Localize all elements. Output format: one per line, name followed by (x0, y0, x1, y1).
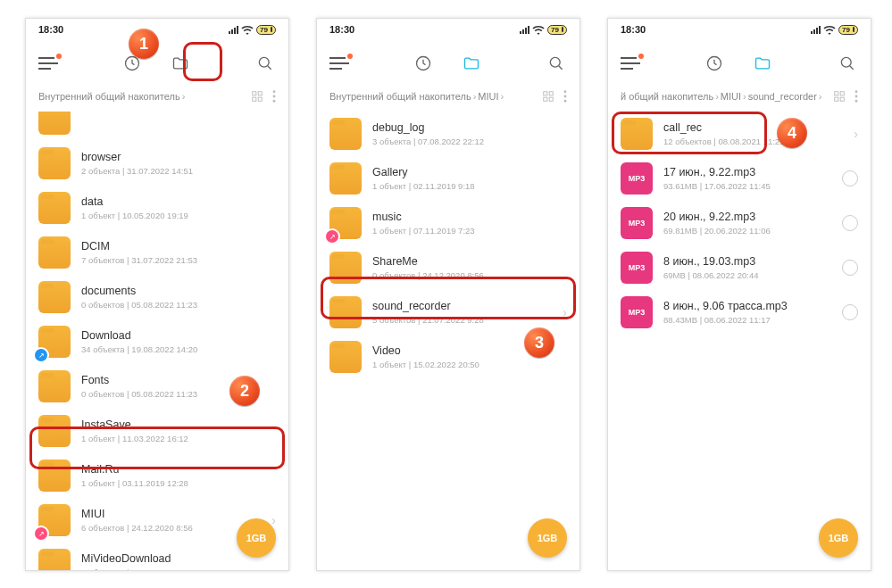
select-radio[interactable] (842, 170, 858, 186)
list-item[interactable]: MP3 20 июн., 9.22.mp3 69.81MB | 20.06.20… (608, 201, 871, 245)
list-item[interactable]: ↗ Download 34 объекта | 19.08.2022 14:20 (26, 319, 288, 364)
file-list[interactable]: browser 2 объекта | 31.07.2022 14:51 dat… (26, 112, 288, 570)
breadcrumb[interactable]: Внутренний общий накопитель › MIUI › (317, 87, 579, 112)
item-name: Mail.Ru (81, 463, 276, 476)
breadcrumb[interactable]: й общий накопитель › MIUI › sound_record… (608, 87, 871, 112)
status-time: 18:30 (621, 24, 646, 35)
breadcrumb-root[interactable]: й общий накопитель (621, 91, 713, 102)
item-name: ShareMe (372, 255, 567, 268)
folder-icon (329, 341, 362, 373)
list-item[interactable]: Video 1 объект | 15.02.2022 20:50 (317, 335, 579, 379)
shortcut-badge-icon: ↗ (35, 527, 47, 540)
list-item[interactable]: MP3 17 июн., 9.22.mp3 93.61MB | 17.06.20… (608, 156, 871, 201)
item-name: sound_recorder (372, 300, 552, 312)
folders-tab-icon[interactable] (170, 53, 191, 74)
search-icon[interactable] (254, 53, 276, 74)
item-meta: 69MB | 08.06.2022 20:44 (663, 270, 831, 280)
svg-rect-12 (549, 92, 553, 95)
item-meta: 1 объект | 03.11.2019 12:28 (81, 478, 276, 488)
breadcrumb-miui[interactable]: MIUI (478, 91, 498, 102)
item-meta: 0 объектов | 05.08.2022 11:23 (81, 300, 276, 310)
toolbar (26, 40, 288, 87)
file-list[interactable]: call_rec 12 объектов | 08.08.2021 11:21 … (608, 112, 871, 570)
list-item[interactable]: call_rec 12 объектов | 08.08.2021 11:21 … (608, 112, 871, 156)
select-radio[interactable] (842, 260, 858, 276)
view-grid-icon[interactable] (542, 90, 554, 103)
status-bar: 18:30 79 (317, 19, 579, 40)
storage-fab[interactable]: 1GB (819, 518, 858, 558)
status-time: 18:30 (38, 24, 63, 35)
select-radio[interactable] (842, 215, 858, 231)
folder-icon (329, 296, 362, 328)
search-icon[interactable] (546, 53, 567, 74)
more-icon[interactable] (854, 90, 858, 103)
list-item[interactable]: MP3 8 июн., 9.06 трасса.mp3 88.43MB | 08… (608, 290, 871, 335)
item-name: 20 июн., 9.22.mp3 (663, 211, 831, 223)
chevron-right-icon: › (501, 91, 504, 102)
svg-rect-23 (840, 97, 844, 101)
list-item[interactable]: documents 0 объектов | 05.08.2022 11:23 (26, 275, 288, 319)
list-item[interactable]: ShareMe 0 объектов | 24.12.2020 8:56 (317, 245, 579, 290)
list-item[interactable]: DCIM 7 объектов | 31.07.2022 21:53 (26, 230, 288, 275)
chevron-right-icon: › (473, 91, 477, 102)
list-item[interactable]: MP3 8 июн., 19.03.mp3 69MB | 08.06.2022 … (608, 245, 871, 290)
item-meta: 7 объектов | 31.07.2022 21:53 (81, 255, 276, 265)
recent-icon[interactable] (413, 53, 434, 74)
list-item[interactable]: Fonts 0 объектов | 05.08.2022 11:23 (26, 364, 288, 409)
svg-point-19 (841, 57, 851, 67)
chevron-right-icon: › (563, 305, 567, 319)
svg-point-1 (259, 57, 269, 67)
battery-icon: 79 (256, 25, 276, 35)
item-meta: 1 объект | 10.05.2020 19:19 (81, 211, 276, 220)
list-item[interactable]: data 1 объект | 10.05.2020 19:19 (26, 186, 288, 230)
folder-icon (38, 370, 71, 402)
breadcrumb[interactable]: Внутренний общий накопитель › (26, 87, 288, 112)
list-item[interactable]: InstaSave 1 объект | 11.03.2022 16:12 (26, 409, 288, 453)
item-name: 8 июн., 19.03.mp3 (663, 255, 831, 268)
folders-tab-icon[interactable] (752, 53, 773, 74)
folder-icon: ↗ (329, 207, 362, 239)
storage-fab[interactable]: 1GB (528, 518, 567, 558)
breadcrumb-root[interactable]: Внутренний общий накопитель (38, 91, 180, 102)
list-item[interactable]: ↗ music 1 объект | 07.11.2019 7:23 (317, 201, 579, 245)
folder-icon (329, 252, 362, 284)
folder-icon: ↗ (38, 504, 71, 536)
storage-fab[interactable]: 1GB (237, 518, 276, 558)
file-list[interactable]: debug_log 3 объекта | 07.08.2022 22:12 G… (317, 112, 579, 570)
folder-icon: ↗ (38, 326, 71, 358)
svg-point-6 (273, 90, 276, 93)
chevron-right-icon: › (819, 91, 822, 102)
recent-icon[interactable] (121, 53, 143, 74)
svg-rect-2 (253, 92, 256, 95)
folder-icon (38, 281, 71, 313)
breadcrumb-sound-recorder[interactable]: sound_recorder (748, 91, 817, 102)
toolbar (608, 40, 871, 87)
menu-icon[interactable] (329, 57, 349, 70)
search-icon[interactable] (837, 53, 858, 74)
list-item[interactable]: Mail.Ru 1 объект | 03.11.2019 12:28 (26, 453, 288, 498)
mp3-icon: MP3 (621, 252, 653, 284)
view-grid-icon[interactable] (251, 90, 263, 103)
svg-rect-5 (258, 97, 262, 101)
breadcrumb-root[interactable]: Внутренний общий накопитель (329, 91, 471, 102)
item-name: data (81, 195, 276, 208)
view-grid-icon[interactable] (833, 90, 846, 103)
breadcrumb-miui[interactable]: MIUI (721, 91, 741, 102)
item-name: Video (372, 344, 567, 357)
recent-icon[interactable] (704, 53, 725, 74)
select-radio[interactable] (842, 304, 858, 320)
signal-icon (520, 26, 529, 34)
folder-icon (621, 118, 653, 150)
more-icon[interactable] (272, 90, 276, 103)
svg-rect-4 (253, 97, 256, 101)
folders-tab-icon[interactable] (461, 53, 482, 74)
list-item[interactable] (26, 112, 288, 141)
list-item[interactable]: Gallery 1 объект | 02.11.2019 9:18 (317, 156, 579, 201)
menu-icon[interactable] (621, 57, 640, 70)
list-item[interactable]: sound_recorder 5 объектов | 21.07.2022 9… (317, 290, 579, 335)
list-item[interactable]: debug_log 3 объекта | 07.08.2022 22:12 (317, 112, 579, 156)
menu-icon[interactable] (38, 57, 58, 70)
wifi-icon (241, 25, 254, 35)
more-icon[interactable] (563, 90, 567, 103)
list-item[interactable]: browser 2 объекта | 31.07.2022 14:51 (26, 141, 288, 186)
